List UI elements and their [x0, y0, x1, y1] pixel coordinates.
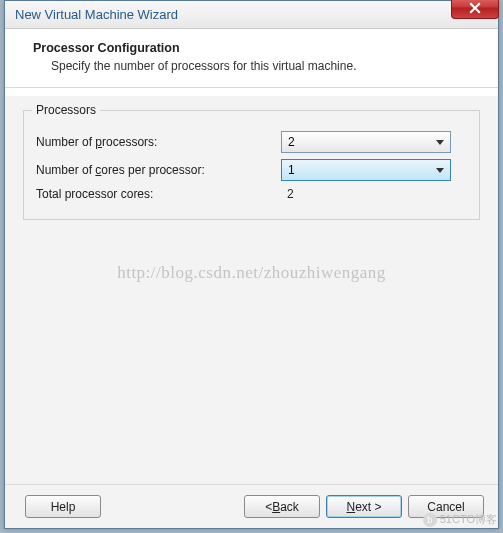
wizard-body: Processors Number of processors: 2 Numbe…: [5, 96, 498, 484]
next-button[interactable]: Next >: [326, 495, 402, 518]
num-cores-combo[interactable]: 1: [281, 159, 451, 181]
group-label: Processors: [32, 103, 100, 117]
num-processors-combo[interactable]: 2: [281, 131, 451, 153]
help-button[interactable]: Help: [25, 495, 101, 518]
num-cores-value: 1: [288, 163, 295, 177]
back-button[interactable]: < Back: [244, 495, 320, 518]
num-processors-value: 2: [288, 135, 295, 149]
window-title: New Virtual Machine Wizard: [15, 7, 178, 22]
num-processors-label: Number of processors:: [36, 135, 281, 149]
num-processors-row: Number of processors: 2: [36, 131, 467, 153]
processors-group: Processors Number of processors: 2 Numbe…: [23, 110, 480, 220]
chevron-down-icon: [436, 168, 444, 173]
chevron-down-icon: [436, 140, 444, 145]
close-button[interactable]: [451, 0, 499, 19]
titlebar: New Virtual Machine Wizard: [5, 1, 498, 29]
header-title: Processor Configuration: [33, 41, 478, 55]
wizard-footer: Help < Back Next > Cancel: [5, 484, 498, 528]
total-cores-value: 2: [281, 187, 451, 201]
num-cores-row: Number of cores per processor: 1: [36, 159, 467, 181]
total-cores-row: Total processor cores: 2: [36, 187, 467, 201]
header-subtitle: Specify the number of processors for thi…: [33, 59, 478, 73]
total-cores-label: Total processor cores:: [36, 187, 281, 201]
wizard-window: New Virtual Machine Wizard Processor Con…: [4, 0, 499, 529]
wizard-header: Processor Configuration Specify the numb…: [5, 29, 498, 88]
close-icon: [469, 2, 481, 14]
num-cores-label: Number of cores per processor:: [36, 163, 281, 177]
cancel-button[interactable]: Cancel: [408, 495, 484, 518]
